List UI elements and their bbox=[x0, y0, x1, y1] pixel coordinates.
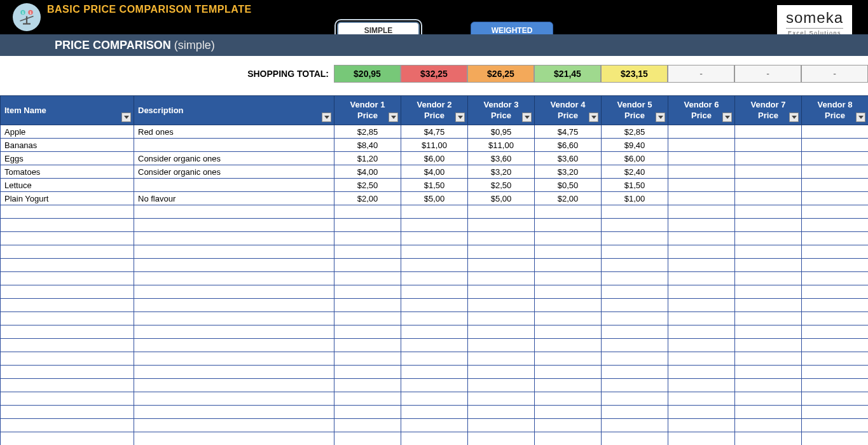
cell-empty[interactable] bbox=[735, 352, 802, 366]
cell-empty[interactable] bbox=[735, 325, 802, 339]
cell-empty[interactable] bbox=[1, 379, 134, 392]
cell-empty[interactable] bbox=[1, 406, 134, 419]
cell-empty[interactable] bbox=[802, 205, 869, 219]
cell-empty[interactable] bbox=[535, 379, 602, 392]
cell-empty[interactable] bbox=[602, 259, 668, 272]
table-row-empty[interactable] bbox=[1, 406, 869, 419]
cell-empty[interactable] bbox=[602, 366, 668, 379]
cell-price-v3[interactable]: $0,95 bbox=[468, 125, 535, 139]
cell-empty[interactable] bbox=[134, 366, 334, 379]
cell-price-v6[interactable] bbox=[668, 192, 735, 205]
cell-price-v4[interactable]: $3,20 bbox=[535, 165, 602, 179]
cell-empty[interactable] bbox=[735, 232, 802, 245]
cell-price-v3[interactable]: $2,50 bbox=[468, 179, 535, 192]
cell-empty[interactable] bbox=[1, 312, 134, 325]
cell-desc[interactable] bbox=[134, 139, 334, 152]
cell-empty[interactable] bbox=[134, 325, 334, 339]
table-row-empty[interactable] bbox=[1, 419, 869, 432]
cell-empty[interactable] bbox=[668, 379, 735, 392]
filter-icon[interactable] bbox=[656, 113, 665, 122]
cell-empty[interactable] bbox=[535, 366, 602, 379]
cell-empty[interactable] bbox=[602, 312, 668, 325]
cell-empty[interactable] bbox=[1, 299, 134, 312]
cell-empty[interactable] bbox=[668, 259, 735, 272]
cell-empty[interactable] bbox=[602, 285, 668, 299]
table-row-empty[interactable] bbox=[1, 432, 869, 446]
cell-empty[interactable] bbox=[535, 339, 602, 352]
cell-empty[interactable] bbox=[468, 419, 535, 432]
cell-empty[interactable] bbox=[1, 339, 134, 352]
cell-empty[interactable] bbox=[468, 366, 535, 379]
cell-desc[interactable]: Consider organic ones bbox=[134, 165, 334, 179]
cell-price-v7[interactable] bbox=[735, 179, 802, 192]
cell-price-v6[interactable] bbox=[668, 152, 735, 165]
cell-price-v2[interactable]: $4,00 bbox=[401, 165, 468, 179]
filter-icon[interactable] bbox=[322, 113, 331, 122]
cell-item[interactable]: Plain Yogurt bbox=[1, 192, 134, 205]
cell-price-v7[interactable] bbox=[735, 192, 802, 205]
table-row[interactable]: AppleRed ones$2,85$4,75$0,95$4,75$2,85 bbox=[1, 125, 869, 139]
cell-price-v1[interactable]: $2,50 bbox=[334, 179, 401, 192]
cell-empty[interactable] bbox=[134, 432, 334, 446]
table-row[interactable]: Plain YogurtNo flavour$2,00$5,00$5,00$2,… bbox=[1, 192, 869, 205]
cell-empty[interactable] bbox=[602, 339, 668, 352]
cell-empty[interactable] bbox=[802, 406, 869, 419]
cell-empty[interactable] bbox=[468, 272, 535, 285]
cell-empty[interactable] bbox=[1, 219, 134, 232]
cell-empty[interactable] bbox=[735, 379, 802, 392]
table-row-empty[interactable] bbox=[1, 299, 869, 312]
cell-empty[interactable] bbox=[134, 406, 334, 419]
cell-empty[interactable] bbox=[401, 325, 468, 339]
cell-empty[interactable] bbox=[468, 406, 535, 419]
filter-icon[interactable] bbox=[522, 113, 532, 122]
cell-price-v6[interactable] bbox=[668, 179, 735, 192]
cell-empty[interactable] bbox=[468, 325, 535, 339]
cell-price-v7[interactable] bbox=[735, 139, 802, 152]
cell-price-v5[interactable]: $9,40 bbox=[602, 139, 668, 152]
cell-empty[interactable] bbox=[668, 366, 735, 379]
table-row-empty[interactable] bbox=[1, 272, 869, 285]
table-row-empty[interactable] bbox=[1, 312, 869, 325]
cell-empty[interactable] bbox=[401, 205, 468, 219]
cell-empty[interactable] bbox=[401, 272, 468, 285]
filter-icon[interactable] bbox=[455, 113, 465, 122]
cell-price-v6[interactable] bbox=[668, 125, 735, 139]
cell-empty[interactable] bbox=[1, 245, 134, 259]
cell-empty[interactable] bbox=[602, 272, 668, 285]
cell-empty[interactable] bbox=[735, 205, 802, 219]
cell-empty[interactable] bbox=[535, 232, 602, 245]
cell-empty[interactable] bbox=[401, 339, 468, 352]
cell-price-v8[interactable] bbox=[802, 125, 869, 139]
cell-empty[interactable] bbox=[468, 245, 535, 259]
cell-price-v1[interactable]: $4,00 bbox=[334, 165, 401, 179]
cell-empty[interactable] bbox=[602, 232, 668, 245]
cell-empty[interactable] bbox=[1, 272, 134, 285]
cell-price-v7[interactable] bbox=[735, 125, 802, 139]
cell-empty[interactable] bbox=[334, 312, 401, 325]
cell-empty[interactable] bbox=[602, 205, 668, 219]
cell-empty[interactable] bbox=[535, 245, 602, 259]
cell-empty[interactable] bbox=[802, 219, 869, 232]
cell-price-v1[interactable]: $2,85 bbox=[334, 125, 401, 139]
cell-price-v3[interactable]: $11,00 bbox=[468, 139, 535, 152]
table-row-empty[interactable] bbox=[1, 205, 869, 219]
cell-empty[interactable] bbox=[134, 379, 334, 392]
cell-empty[interactable] bbox=[802, 245, 869, 259]
cell-empty[interactable] bbox=[802, 312, 869, 325]
cell-empty[interactable] bbox=[535, 406, 602, 419]
cell-empty[interactable] bbox=[602, 352, 668, 366]
cell-empty[interactable] bbox=[1, 366, 134, 379]
cell-empty[interactable] bbox=[468, 259, 535, 272]
cell-empty[interactable] bbox=[535, 272, 602, 285]
table-row[interactable]: Bananas$8,40$11,00$11,00$6,60$9,40 bbox=[1, 139, 869, 152]
cell-empty[interactable] bbox=[535, 419, 602, 432]
cell-empty[interactable] bbox=[735, 219, 802, 232]
cell-empty[interactable] bbox=[401, 312, 468, 325]
cell-empty[interactable] bbox=[735, 419, 802, 432]
cell-empty[interactable] bbox=[668, 219, 735, 232]
cell-empty[interactable] bbox=[134, 352, 334, 366]
cell-empty[interactable] bbox=[802, 352, 869, 366]
cell-empty[interactable] bbox=[134, 272, 334, 285]
cell-item[interactable]: Apple bbox=[1, 125, 134, 139]
cell-price-v4[interactable]: $2,00 bbox=[535, 192, 602, 205]
